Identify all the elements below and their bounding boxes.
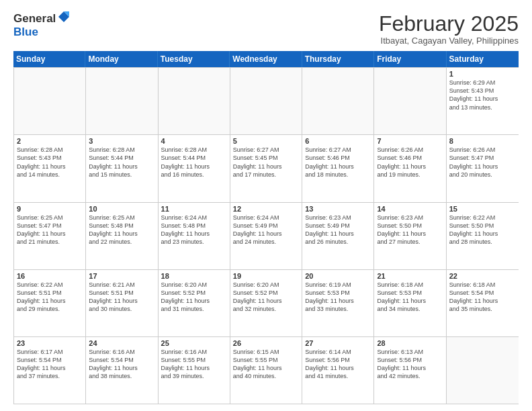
day-info: Sunrise: 6:28 AM Sunset: 5:44 PM Dayligh… <box>89 146 154 179</box>
day-number: 4 <box>161 137 227 145</box>
calendar-body: 1Sunrise: 6:29 AM Sunset: 5:43 PM Daylig… <box>13 67 519 404</box>
calendar-cell: 28Sunrise: 6:13 AM Sunset: 5:56 PM Dayli… <box>374 337 446 404</box>
header: General Blue February 2025 Itbayat, Caga… <box>13 12 519 46</box>
day-info: Sunrise: 6:19 AM Sunset: 5:53 PM Dayligh… <box>305 281 371 314</box>
calendar-cell: 22Sunrise: 6:18 AM Sunset: 5:54 PM Dayli… <box>447 270 519 336</box>
calendar-row: 23Sunrise: 6:17 AM Sunset: 5:54 PM Dayli… <box>14 336 519 404</box>
calendar-cell: 20Sunrise: 6:19 AM Sunset: 5:53 PM Dayli… <box>302 270 374 336</box>
calendar-cell: 9Sunrise: 6:25 AM Sunset: 5:47 PM Daylig… <box>14 203 86 269</box>
calendar-cell: 18Sunrise: 6:20 AM Sunset: 5:52 PM Dayli… <box>159 270 230 336</box>
day-number: 26 <box>233 339 299 347</box>
calendar-cell: 2Sunrise: 6:28 AM Sunset: 5:43 PM Daylig… <box>14 135 86 201</box>
day-info: Sunrise: 6:14 AM Sunset: 5:56 PM Dayligh… <box>305 348 371 381</box>
calendar-header: SundayMondayTuesdayWednesdayThursdayFrid… <box>13 51 519 67</box>
day-number: 10 <box>89 205 154 213</box>
day-info: Sunrise: 6:21 AM Sunset: 5:51 PM Dayligh… <box>89 281 154 314</box>
day-info: Sunrise: 6:24 AM Sunset: 5:48 PM Dayligh… <box>161 214 227 246</box>
day-info: Sunrise: 6:20 AM Sunset: 5:52 PM Dayligh… <box>233 281 299 314</box>
day-number: 17 <box>89 272 154 280</box>
calendar-cell: 11Sunrise: 6:24 AM Sunset: 5:48 PM Dayli… <box>159 203 230 269</box>
calendar-row: 2Sunrise: 6:28 AM Sunset: 5:43 PM Daylig… <box>14 134 519 201</box>
day-number: 20 <box>305 272 371 280</box>
day-number: 28 <box>377 339 443 347</box>
title-area: February 2025 Itbayat, Cagayan Valley, P… <box>379 12 519 46</box>
day-info: Sunrise: 6:24 AM Sunset: 5:49 PM Dayligh… <box>233 214 299 246</box>
day-info: Sunrise: 6:26 AM Sunset: 5:46 PM Dayligh… <box>377 146 443 179</box>
day-info: Sunrise: 6:27 AM Sunset: 5:46 PM Dayligh… <box>305 146 371 179</box>
day-info: Sunrise: 6:18 AM Sunset: 5:53 PM Dayligh… <box>377 281 443 314</box>
day-number: 16 <box>17 272 83 280</box>
day-info: Sunrise: 6:26 AM Sunset: 5:47 PM Dayligh… <box>449 146 516 179</box>
day-info: Sunrise: 6:17 AM Sunset: 5:54 PM Dayligh… <box>17 348 83 381</box>
day-info: Sunrise: 6:22 AM Sunset: 5:50 PM Dayligh… <box>449 214 516 246</box>
day-number: 2 <box>17 137 83 145</box>
logo-general: General <box>13 12 56 26</box>
day-info: Sunrise: 6:20 AM Sunset: 5:52 PM Dayligh… <box>161 281 227 314</box>
day-number: 8 <box>449 137 516 145</box>
day-info: Sunrise: 6:13 AM Sunset: 5:56 PM Dayligh… <box>377 348 443 381</box>
day-info: Sunrise: 6:28 AM Sunset: 5:44 PM Dayligh… <box>161 146 227 179</box>
calendar-cell <box>14 68 86 134</box>
day-info: Sunrise: 6:29 AM Sunset: 5:43 PM Dayligh… <box>449 79 516 111</box>
day-number: 21 <box>377 272 443 280</box>
calendar-cell: 3Sunrise: 6:28 AM Sunset: 5:44 PM Daylig… <box>86 135 158 201</box>
day-number: 11 <box>161 205 227 213</box>
page: General Blue February 2025 Itbayat, Caga… <box>0 0 532 411</box>
day-number: 14 <box>377 205 443 213</box>
day-number: 6 <box>305 137 371 145</box>
calendar-cell: 25Sunrise: 6:16 AM Sunset: 5:55 PM Dayli… <box>159 337 230 404</box>
calendar-cell: 6Sunrise: 6:27 AM Sunset: 5:46 PM Daylig… <box>302 135 374 201</box>
calendar-cell: 12Sunrise: 6:24 AM Sunset: 5:49 PM Dayli… <box>230 203 302 269</box>
calendar-cell: 5Sunrise: 6:27 AM Sunset: 5:45 PM Daylig… <box>230 135 302 201</box>
weekday-header: Tuesday <box>158 51 230 67</box>
logo: General Blue <box>13 12 69 39</box>
day-info: Sunrise: 6:27 AM Sunset: 5:45 PM Dayligh… <box>233 146 299 179</box>
weekday-header: Thursday <box>302 51 374 67</box>
day-number: 7 <box>377 137 443 145</box>
day-info: Sunrise: 6:18 AM Sunset: 5:54 PM Dayligh… <box>449 281 516 314</box>
day-number: 12 <box>233 205 299 213</box>
weekday-header: Monday <box>85 51 157 67</box>
calendar-row: 16Sunrise: 6:22 AM Sunset: 5:51 PM Dayli… <box>14 269 519 336</box>
day-info: Sunrise: 6:25 AM Sunset: 5:47 PM Dayligh… <box>17 214 83 246</box>
calendar-cell: 26Sunrise: 6:15 AM Sunset: 5:55 PM Dayli… <box>230 337 302 404</box>
calendar: SundayMondayTuesdayWednesdayThursdayFrid… <box>13 51 519 404</box>
calendar-cell: 8Sunrise: 6:26 AM Sunset: 5:47 PM Daylig… <box>447 135 519 201</box>
day-number: 27 <box>305 339 371 347</box>
calendar-cell <box>374 68 446 134</box>
calendar-cell: 24Sunrise: 6:16 AM Sunset: 5:54 PM Dayli… <box>86 337 158 404</box>
calendar-cell: 10Sunrise: 6:25 AM Sunset: 5:48 PM Dayli… <box>86 203 158 269</box>
day-info: Sunrise: 6:28 AM Sunset: 5:43 PM Dayligh… <box>17 146 83 179</box>
weekday-header: Saturday <box>447 51 519 67</box>
day-number: 24 <box>89 339 154 347</box>
day-number: 19 <box>233 272 299 280</box>
weekday-header: Wednesday <box>230 51 302 67</box>
month-year: February 2025 <box>379 12 519 36</box>
calendar-cell: 23Sunrise: 6:17 AM Sunset: 5:54 PM Dayli… <box>14 337 86 404</box>
day-number: 9 <box>17 205 83 213</box>
logo-blue: Blue <box>13 26 38 38</box>
logo-icon <box>58 11 69 22</box>
calendar-cell: 7Sunrise: 6:26 AM Sunset: 5:46 PM Daylig… <box>374 135 446 201</box>
calendar-cell <box>447 337 519 404</box>
day-number: 13 <box>305 205 371 213</box>
day-number: 23 <box>17 339 83 347</box>
day-number: 18 <box>161 272 227 280</box>
day-info: Sunrise: 6:23 AM Sunset: 5:50 PM Dayligh… <box>377 214 443 246</box>
day-number: 3 <box>89 137 154 145</box>
calendar-cell <box>159 68 230 134</box>
calendar-cell: 13Sunrise: 6:23 AM Sunset: 5:49 PM Dayli… <box>302 203 374 269</box>
calendar-cell: 21Sunrise: 6:18 AM Sunset: 5:53 PM Dayli… <box>374 270 446 336</box>
calendar-row: 1Sunrise: 6:29 AM Sunset: 5:43 PM Daylig… <box>14 67 519 134</box>
calendar-cell: 16Sunrise: 6:22 AM Sunset: 5:51 PM Dayli… <box>14 270 86 336</box>
calendar-cell: 15Sunrise: 6:22 AM Sunset: 5:50 PM Dayli… <box>447 203 519 269</box>
calendar-cell: 4Sunrise: 6:28 AM Sunset: 5:44 PM Daylig… <box>159 135 230 201</box>
day-number: 1 <box>449 70 516 78</box>
day-info: Sunrise: 6:25 AM Sunset: 5:48 PM Dayligh… <box>89 214 154 246</box>
day-info: Sunrise: 6:16 AM Sunset: 5:54 PM Dayligh… <box>89 348 154 381</box>
day-info: Sunrise: 6:15 AM Sunset: 5:55 PM Dayligh… <box>233 348 299 381</box>
calendar-cell: 1Sunrise: 6:29 AM Sunset: 5:43 PM Daylig… <box>447 68 519 134</box>
day-info: Sunrise: 6:16 AM Sunset: 5:55 PM Dayligh… <box>161 348 227 381</box>
calendar-cell: 27Sunrise: 6:14 AM Sunset: 5:56 PM Dayli… <box>302 337 374 404</box>
location: Itbayat, Cagayan Valley, Philippines <box>379 36 519 46</box>
